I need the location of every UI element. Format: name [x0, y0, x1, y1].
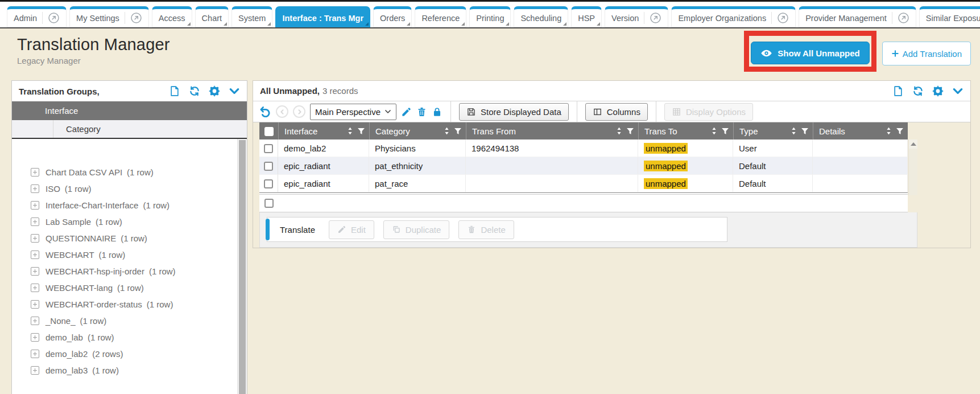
tree-item[interactable]: ISO (1 row) [12, 180, 247, 197]
duplicate-button[interactable]: Duplicate [383, 220, 450, 239]
column-header[interactable]: Interface [278, 122, 369, 139]
nav-tab[interactable]: Similar Exposure Groups (SEGs) [919, 6, 980, 27]
store-displayed-data-button[interactable]: Store Displayed Data [459, 103, 569, 121]
sort-icon[interactable] [886, 127, 892, 136]
new-row-checkbox[interactable] [264, 199, 274, 208]
nav-tab[interactable]: System [231, 6, 272, 27]
refresh-icon[interactable] [189, 85, 200, 97]
left-panel-scrollbar[interactable] [237, 139, 247, 394]
new-document-icon[interactable] [169, 85, 180, 97]
sort-icon[interactable] [616, 127, 622, 136]
nav-tab[interactable]: Admin [7, 6, 67, 27]
tree-item[interactable]: WEBCHART (1 row) [12, 247, 247, 263]
expand-icon[interactable] [31, 333, 39, 342]
undo-icon[interactable] [259, 105, 271, 118]
nav-tab[interactable]: HSP [571, 6, 602, 27]
column-header[interactable]: Type [733, 122, 813, 139]
expand-icon[interactable] [31, 300, 39, 309]
tree-item[interactable]: demo_lab2 (2 rows) [12, 346, 247, 362]
expand-icon[interactable] [31, 251, 39, 259]
tree-item[interactable]: demo_lab (1 row) [12, 329, 247, 346]
columns-button[interactable]: Columns [585, 103, 648, 121]
row-checkbox[interactable] [264, 162, 273, 171]
filter-icon[interactable] [357, 127, 365, 135]
expand-icon[interactable] [31, 168, 39, 177]
nav-tab[interactable]: Version [605, 6, 668, 27]
popout-icon[interactable] [125, 12, 142, 24]
scrollbar-thumb[interactable] [239, 140, 246, 394]
refresh-icon[interactable] [912, 85, 924, 97]
add-translation-button[interactable]: Add Translation [882, 42, 971, 65]
gear-icon[interactable] [209, 85, 220, 97]
expand-icon[interactable] [31, 217, 39, 226]
delete-button[interactable]: Delete [458, 220, 514, 239]
expand-icon[interactable] [31, 267, 39, 276]
table-row[interactable]: epic_radiant pat_race unmapped Default [259, 175, 908, 192]
column-header[interactable]: Details [813, 122, 908, 139]
expand-icon[interactable] [31, 201, 39, 210]
lock-icon[interactable] [432, 106, 443, 117]
tree-item[interactable]: WEBCHART-hsp-inj-order (1 row) [12, 263, 247, 280]
nav-forward-icon[interactable] [293, 105, 305, 118]
gear-icon[interactable] [932, 85, 944, 97]
expand-icon[interactable] [31, 317, 39, 325]
new-document-icon[interactable] [892, 85, 904, 97]
perspective-select[interactable]: Main Perspective [310, 104, 396, 120]
row-checkbox[interactable] [264, 144, 273, 153]
display-options-button[interactable]: Display Options [664, 103, 753, 121]
filter-icon[interactable] [801, 127, 809, 135]
scroll-up-icon[interactable] [909, 139, 917, 149]
sort-icon[interactable] [347, 127, 353, 136]
nav-tab[interactable]: Provider Management [799, 6, 916, 27]
popout-icon[interactable] [892, 12, 909, 24]
trash-icon[interactable] [416, 106, 427, 117]
expand-icon[interactable] [31, 284, 39, 292]
popout-icon[interactable] [644, 12, 661, 24]
tree-item[interactable]: Interface-Chart-Interface (1 row) [12, 197, 247, 214]
chevron-down-icon[interactable] [229, 85, 240, 97]
nav-tab[interactable]: My Settings [69, 6, 149, 27]
filter-icon[interactable] [626, 127, 634, 135]
filter-icon[interactable] [454, 127, 462, 135]
chevron-down-icon[interactable] [952, 85, 964, 97]
expand-icon[interactable] [31, 350, 39, 358]
nav-tab[interactable]: Access [152, 6, 192, 27]
interface-group-header[interactable]: Interface [12, 101, 247, 120]
nav-tab[interactable]: Employer Organizations [671, 6, 796, 27]
expand-icon[interactable] [31, 366, 39, 375]
tree-item[interactable]: Lab Sample (1 row) [12, 214, 247, 230]
tree-item[interactable]: WEBCHART-lang (1 row) [12, 280, 247, 296]
tree-item[interactable]: demo_lab3 (1 row) [12, 362, 247, 379]
sort-icon[interactable] [711, 127, 717, 136]
popout-icon[interactable] [771, 12, 789, 24]
edit-button[interactable]: Edit [329, 220, 374, 239]
row-checkbox[interactable] [264, 179, 273, 188]
tree-item[interactable]: _None_ (1 row) [12, 313, 247, 329]
column-header[interactable]: Trans To [638, 122, 733, 139]
table-row[interactable]: demo_lab2 Physicians 1962494138 unmapped… [259, 139, 908, 157]
nav-tab[interactable]: Orders [373, 6, 412, 27]
nav-tab[interactable]: Scheduling [514, 6, 568, 27]
filter-icon[interactable] [896, 127, 904, 135]
filter-icon[interactable] [721, 127, 729, 135]
nav-back-icon[interactable] [276, 105, 288, 118]
tree-item[interactable]: Chart Data CSV API (1 row) [12, 164, 247, 180]
table-scrollbar[interactable] [908, 139, 917, 195]
tree-item[interactable]: QUESTIONNAIRE (1 row) [12, 230, 247, 247]
popout-icon[interactable] [42, 12, 60, 24]
nav-tab[interactable]: Reference [415, 6, 466, 27]
sort-icon[interactable] [444, 127, 450, 136]
column-header[interactable]: Trans From [466, 122, 638, 139]
nav-tab[interactable]: Interface : Trans Mgr [275, 6, 370, 27]
pencil-icon[interactable] [401, 106, 412, 117]
tree-item[interactable]: WEBCHART-order-status (1 row) [12, 296, 247, 313]
sort-icon[interactable] [791, 127, 797, 136]
nav-tab[interactable]: Printing [469, 6, 511, 27]
show-all-unmapped-button[interactable]: Show All Unmapped [751, 42, 869, 64]
expand-icon[interactable] [31, 184, 39, 193]
select-all-checkbox[interactable] [264, 127, 274, 136]
table-row[interactable]: epic_radiant pat_ethnicity unmapped Defa… [259, 157, 908, 175]
column-header[interactable]: Category [369, 122, 466, 139]
expand-icon[interactable] [31, 234, 39, 243]
nav-tab[interactable]: Chart [195, 6, 229, 27]
